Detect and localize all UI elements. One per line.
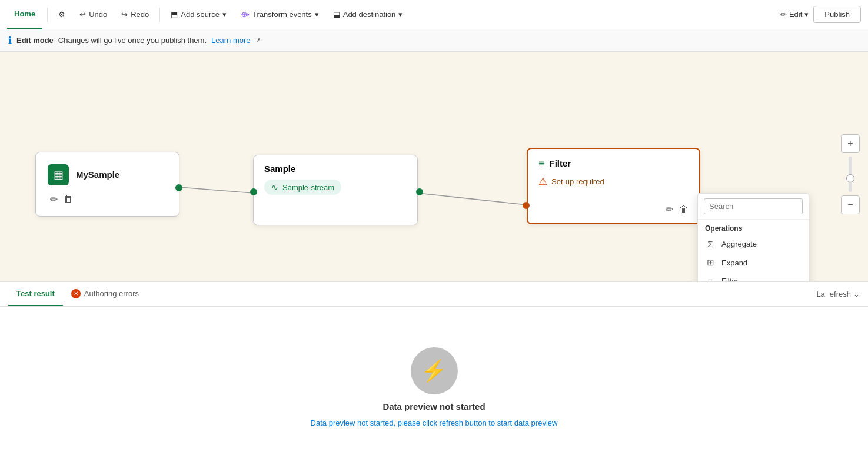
edit-button[interactable]: ✏ Edit ▾ (780, 10, 809, 19)
operations-section-title: Operations (698, 220, 809, 235)
filter-delete-button[interactable]: 🗑 (679, 204, 689, 215)
dropdown-item-aggregate[interactable]: Σ Aggregate (698, 235, 809, 253)
expand-icon: ⊞ (705, 257, 716, 268)
add-source-chevron-icon: ▾ (222, 10, 227, 19)
add-destination-label: Add destination (343, 10, 396, 19)
filter-title: Filter (550, 158, 571, 168)
mysample-icon: ▦ (48, 164, 69, 185)
mysample-edit-button[interactable]: ✏ (50, 194, 58, 205)
dropdown-search-container (698, 194, 809, 220)
add-source-icon: ⬒ (171, 10, 178, 19)
conn-dot-mysample-out (175, 184, 182, 191)
bottom-right-actions: La efresh ⌄ (816, 290, 860, 298)
nav-divider (47, 8, 48, 22)
tab-authoring-errors[interactable]: ✕ Authoring errors (63, 282, 147, 306)
conn-dot-sample-out (416, 188, 423, 195)
expand-label: Expand (721, 258, 747, 267)
aggregate-label: Aggregate (721, 240, 757, 248)
authoring-errors-label: Authoring errors (84, 289, 139, 298)
add-source-label: Add source (181, 10, 220, 19)
undo-button[interactable]: ↩ Undo (74, 7, 113, 22)
zoom-out-button[interactable]: − (841, 195, 860, 214)
edit-pencil-icon: ✏ (780, 10, 787, 19)
warning-icon: ⚠ (538, 175, 547, 188)
empty-state-subtitle: Data preview not started, please click r… (311, 419, 558, 427)
info-bar: ℹ Edit mode Changes will go live once yo… (0, 29, 868, 52)
refresh-label: efresh (830, 290, 851, 298)
undo-icon: ↩ (79, 10, 86, 19)
zoom-controls: + − (841, 134, 860, 214)
filter-icon: ≡ (538, 157, 545, 170)
node-mysample: ▦ MySample ✏ 🗑 (35, 152, 179, 217)
transform-icon: ⟴ (241, 10, 250, 19)
edit-chevron-icon: ▾ (804, 10, 809, 19)
svg-line-1 (418, 193, 527, 205)
sample-stream-chip: ∿ Sample-stream (264, 180, 341, 195)
transform-label: Transform events (252, 10, 312, 19)
svg-line-0 (179, 187, 253, 193)
nav-divider-2 (159, 8, 160, 22)
dropdown-menu: Operations Σ Aggregate ⊞ Expand ≡ Filter… (697, 193, 809, 281)
refresh-button[interactable]: efresh ⌄ (830, 290, 860, 298)
settings-button[interactable]: ⚙ (52, 7, 71, 22)
conn-dot-filter-in (523, 202, 530, 209)
info-icon: ℹ (8, 35, 12, 46)
last-refreshed-label: La (816, 290, 824, 298)
tab-home[interactable]: Home (7, 0, 42, 29)
bottom-tabs: Test result ✕ Authoring errors La efresh… (0, 282, 868, 307)
search-input[interactable] (704, 198, 803, 214)
mysample-title: MySample (76, 170, 119, 180)
zoom-slider[interactable] (849, 157, 852, 192)
empty-state-icon: ⚡ (411, 347, 458, 394)
filter-warning: ⚠ Set-up required (538, 175, 689, 188)
filter-actions: ✏ 🗑 (538, 204, 689, 215)
node-filter: ≡ Filter ⚠ Set-up required ✏ 🗑 (527, 148, 700, 224)
dropdown-item-filter[interactable]: ≡ Filter (698, 272, 809, 281)
external-link-icon: ↗ (255, 36, 261, 44)
aggregate-icon: Σ (705, 239, 716, 249)
tab-test-result[interactable]: Test result (8, 282, 63, 306)
transform-events-button[interactable]: ⟴ Transform events ▾ (235, 7, 325, 22)
filter-label: Filter (721, 277, 739, 281)
error-count-badge: ✕ (71, 289, 81, 298)
redo-icon: ↪ (121, 10, 128, 19)
filter-warning-text: Set-up required (551, 177, 604, 186)
top-nav: Home ⚙ ↩ Undo ↪ Redo ⬒ Add source ▾ ⟴ Tr… (0, 0, 868, 29)
add-source-button[interactable]: ⬒ Add source ▾ (165, 7, 232, 22)
filter-edit-button[interactable]: ✏ (666, 204, 673, 215)
empty-state-title: Data preview not started (383, 401, 485, 411)
stream-chip-icon: ∿ (271, 182, 278, 192)
redo-button[interactable]: ↪ Redo (115, 7, 155, 22)
conn-dot-sample-in (250, 188, 257, 195)
bottom-panel: Test result ✕ Authoring errors La efresh… (0, 281, 868, 468)
settings-icon: ⚙ (58, 10, 65, 19)
publish-button[interactable]: Publish (813, 6, 861, 23)
node-sample: Sample ∿ Sample-stream (253, 155, 418, 225)
add-destination-chevron-icon: ▾ (398, 10, 403, 19)
info-message: Changes will go live once you publish th… (58, 36, 207, 45)
edit-mode-label: Edit mode (16, 36, 54, 45)
filter-menu-icon: ≡ (705, 276, 716, 281)
top-right-actions: ✏ Edit ▾ Publish (780, 6, 861, 23)
mysample-delete-button[interactable]: 🗑 (64, 194, 73, 205)
learn-more-link[interactable]: Learn more (211, 36, 250, 45)
mysample-actions: ✏ 🗑 (48, 194, 167, 205)
empty-state: ⚡ Data preview not started Data preview … (0, 307, 868, 468)
redo-label: Redo (131, 10, 149, 19)
add-destination-icon: ⬓ (333, 10, 340, 19)
canvas-area: ▦ MySample ✏ 🗑 Sample ∿ Sample-stream ≡ … (0, 52, 868, 281)
dropdown-item-expand[interactable]: ⊞ Expand (698, 253, 809, 272)
refresh-chevron-icon: ⌄ (853, 290, 860, 298)
zoom-in-button[interactable]: + (841, 134, 860, 153)
sample-stream-label: Sample-stream (282, 183, 334, 192)
edit-label: Edit (789, 10, 802, 19)
sample-title: Sample (264, 164, 407, 174)
zoom-handle (846, 174, 854, 182)
undo-label: Undo (89, 10, 107, 19)
authoring-errors-tab-content: ✕ Authoring errors (71, 289, 139, 298)
add-destination-button[interactable]: ⬓ Add destination ▾ (327, 7, 409, 22)
transform-chevron-icon: ▾ (315, 10, 319, 19)
